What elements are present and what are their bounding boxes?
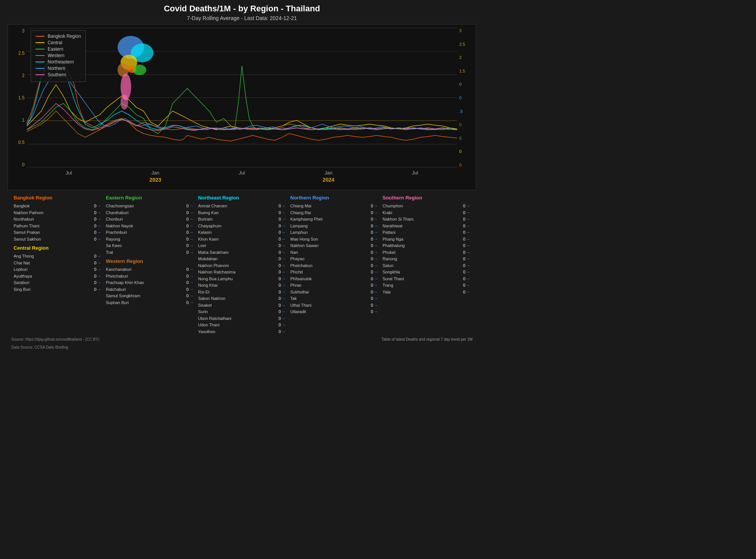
legend-color-northern (36, 68, 45, 69)
thailand-map (106, 28, 159, 111)
chart-title: Covid Deaths/1M - by Region - Thailand (8, 4, 476, 14)
province-row: Sing Buri 0 → (14, 286, 101, 293)
svg-point-7 (121, 94, 128, 110)
legend-item-bangkok: Bangkok Region (36, 34, 81, 39)
province-row: Satun 0 → (383, 263, 470, 269)
province-row: Ubon Ratchathani 0 → (198, 315, 286, 322)
legend: Bangkok Region Central Eastern Western N… (31, 30, 86, 82)
province-row: Chaiyaphum 0 → (198, 223, 286, 229)
province-row: Chiang Rai 0 → (290, 210, 378, 216)
legend-label-bangkok: Bangkok Region (48, 34, 81, 39)
province-row: Nonthaburi 0 → (14, 216, 101, 222)
province-row: Tak 0 → (290, 295, 378, 302)
eastern-region-title: Eastern Region (106, 195, 194, 201)
data-tables: Bangkok Region Bangkok 0 → Nakhon Pathom… (8, 195, 476, 335)
legend-label-northeastern: Northeastern (48, 59, 74, 65)
province-row: Sisaket 0 → (198, 302, 286, 309)
x-label-jul2024: Jul (412, 170, 418, 176)
province-row: Sa Kaeo 0 → (106, 242, 194, 249)
chart-svg (27, 28, 457, 167)
legend-label-eastern: Eastern (48, 46, 63, 52)
province-row: Kamphaeng Phet 0 → (290, 216, 378, 222)
province-row: Chiang Mai 0 → (290, 203, 378, 209)
province-row: Udon Thani 0 → (198, 322, 286, 328)
province-row: Uthai Thani 0 → (290, 302, 378, 309)
footer: Source: https://djay.github.io/covidthai… (8, 335, 476, 351)
province-row: Trat 0 → (106, 249, 194, 256)
province-row: Yala 0 → (383, 289, 470, 295)
province-row: Narathiwat 0 → (383, 223, 470, 229)
legend-item-western: Western (36, 53, 81, 58)
province-row: Nakhon Ratchasima 0 → (198, 269, 286, 275)
province-row: Phichit 0 → (290, 269, 378, 275)
province-row: Songkhla 0 → (383, 269, 470, 275)
province-row: Amnat Charoen 0 → (198, 203, 286, 209)
source-text: Source: https://djay.github.io/covidthai… (8, 335, 103, 343)
province-row: Uttaradit 0 → (290, 309, 378, 315)
province-row: Trang 0 → (383, 282, 470, 289)
province-row: Sukhothai 0 → (290, 289, 378, 295)
legend-color-bangkok (36, 36, 45, 37)
province-row: Saraburi 0 → (14, 280, 101, 286)
province-row: Ratchaburi 0 → (106, 286, 194, 293)
province-row: Lampang 0 → (290, 223, 378, 229)
y-axis-right: 0 0 0 0 .5 0 0 1.5 2 2.5 3 (458, 28, 476, 167)
province-row: Ayutthaya 0 → (14, 273, 101, 280)
province-row: Surat Thani 0 → (383, 276, 470, 282)
province-row: Nan 0 → (290, 249, 378, 256)
province-row: Phitsanulok 0 → (290, 276, 378, 282)
legend-label-southern: Southern (48, 72, 66, 77)
province-row: Lopburi 0 → (14, 266, 101, 273)
province-row: Nakhon Phanom 0 → (198, 263, 286, 269)
table-note: Table of latest Deaths and regional 7 da… (378, 335, 476, 351)
northeast-table: Northeast Region Amnat Charoen 0 → Bueng… (196, 195, 288, 335)
central-region-title: Central Region (14, 245, 101, 251)
province-row: Rayong 0 → (106, 236, 194, 242)
province-row: Suphan Buri 0 → (106, 300, 194, 306)
province-row: Chai Nat 0 → (14, 260, 101, 266)
province-row: Chumphon 0 → (383, 203, 470, 209)
province-row: Phuket 0 → (383, 249, 470, 256)
province-row: Roi Et 0 → (198, 289, 286, 295)
province-row: Phetchaburi 0 → (106, 273, 194, 280)
province-row: Krabi 0 → (383, 210, 470, 216)
chart-area: 0 0.5 1 1.5 2 2.5 3 0 0 0 0 .5 0 0 1.5 2… (8, 24, 476, 190)
bangkok-region-title: Bangkok Region (14, 195, 101, 201)
page: Covid Deaths/1M - by Region - Thailand 7… (0, 0, 484, 355)
province-row: Kanchanaburi 0 → (106, 266, 194, 273)
province-row: Nong Khai 0 → (198, 282, 286, 289)
x-label-jan2023: Jan 2023 (149, 170, 161, 184)
province-row: Phrae 0 → (290, 282, 378, 289)
province-row: Phayao 0 → (290, 256, 378, 262)
y-axis-left: 0 0.5 1 1.5 2 2.5 3 (8, 28, 26, 167)
province-row: Pattani 0 → (383, 229, 470, 236)
province-row: Mukdahan 0 → (198, 256, 286, 262)
province-row: Nong Bua Lamphu 0 → (198, 276, 286, 282)
province-row: Kalasin 0 → (198, 229, 286, 236)
province-row: Sakon Nakhon 0 → (198, 295, 286, 302)
province-row: Nakhon Pathom 0 → (14, 210, 101, 216)
legend-item-southern: Southern (36, 72, 81, 77)
legend-color-central (36, 42, 45, 43)
x-label-jul2023: Jul (239, 170, 245, 176)
northeast-region-title: Northeast Region (198, 195, 286, 201)
province-row: Chonburi 0 → (106, 216, 194, 222)
x-label-jul2022: Jul (66, 170, 72, 176)
legend-item-eastern: Eastern (36, 46, 81, 52)
legend-color-northeastern (36, 62, 45, 62)
province-row: Surin 0 → (198, 309, 286, 315)
province-row: Lamphun 0 → (290, 229, 378, 236)
province-row: Bangkok 0 → (14, 203, 101, 209)
eastern-western-table: Eastern Region Chachoengsao 0 → Chanthab… (104, 195, 196, 335)
province-row: Phatthalung 0 → (383, 242, 470, 249)
legend-color-western (36, 55, 45, 56)
province-row: Loei 0 → (198, 242, 286, 249)
province-row: Prachinburi 0 → (106, 229, 194, 236)
province-row: Phetchabun 0 → (290, 263, 378, 269)
province-row: Phang Nga 0 → (383, 236, 470, 242)
province-row: Nakhon Si Tham. 0 → (383, 216, 470, 222)
legend-color-eastern (36, 49, 45, 49)
province-row: Ang Thong 0 → (14, 253, 101, 259)
province-row: Bueng Kan 0 → (198, 210, 286, 216)
southern-table: Southern Region Chumphon 0 → Krabi 0 → N… (380, 195, 472, 335)
